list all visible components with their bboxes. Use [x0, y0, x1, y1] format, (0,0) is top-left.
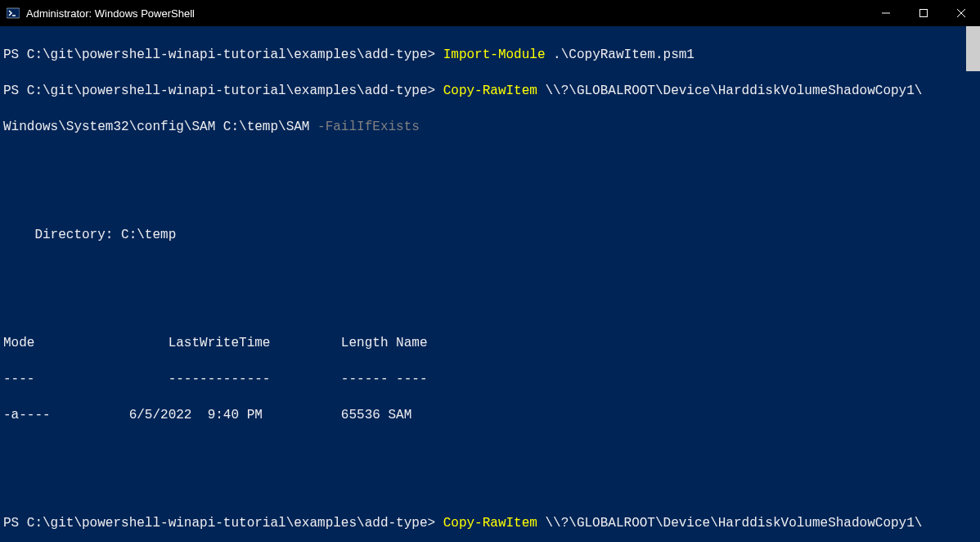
terminal-blank [3, 298, 980, 316]
titlebar[interactable]: Administrator: Windows PowerShell [0, 0, 980, 26]
terminal-line: PS C:\git\powershell-winapi-tutorial\exa… [3, 46, 980, 64]
prompt-text: PS C:\git\powershell-winapi-tutorial\exa… [3, 516, 443, 531]
svg-rect-0 [7, 8, 20, 18]
prompt-text: PS C:\git\powershell-winapi-tutorial\exa… [3, 47, 443, 62]
window-title: Administrator: Windows PowerShell [26, 7, 867, 20]
svg-rect-3 [920, 10, 928, 17]
terminal-line: PS C:\git\powershell-winapi-tutorial\exa… [3, 514, 980, 532]
terminal-output[interactable]: PS C:\git\powershell-winapi-tutorial\exa… [0, 26, 980, 542]
terminal-blank [3, 442, 980, 460]
powershell-icon [7, 7, 20, 20]
parameter: -FailIfExists [317, 120, 420, 134]
argument: .\CopyRawItem.psm1 [546, 47, 695, 62]
window-controls [867, 0, 980, 26]
argument: \\?\GLOBALROOT\Device\HarddiskVolumeShad… [537, 516, 922, 531]
terminal-line: PS C:\git\powershell-winapi-tutorial\exa… [3, 82, 980, 100]
terminal-blank [3, 154, 980, 172]
table-row: -a---- 6/5/2022 9:40 PM 65536 SAM [3, 406, 980, 424]
prompt-text: PS C:\git\powershell-winapi-tutorial\exa… [3, 84, 443, 98]
scrollbar[interactable] [966, 26, 980, 542]
argument: \\?\GLOBALROOT\Device\HarddiskVolumeShad… [537, 84, 922, 98]
cmdlet: Import-Module [443, 47, 546, 62]
terminal-line: Windows\System32\config\SAM C:\temp\SAM … [3, 118, 980, 136]
close-button[interactable] [942, 0, 980, 26]
table-divider: ---- ------------- ------ ---- [3, 370, 980, 388]
cmdlet: Copy-RawItem [443, 516, 537, 531]
argument: Windows\System32\config\SAM C:\temp\SAM [3, 120, 317, 134]
table-header: Mode LastWriteTime Length Name [3, 334, 980, 352]
minimize-button[interactable] [867, 0, 905, 26]
cmdlet: Copy-RawItem [443, 84, 537, 98]
terminal-blank [3, 478, 980, 496]
maximize-button[interactable] [905, 0, 942, 26]
terminal-blank [3, 262, 980, 280]
directory-line: Directory: C:\temp [3, 226, 980, 244]
scrollbar-thumb[interactable] [966, 26, 980, 71]
terminal-blank [3, 190, 980, 208]
